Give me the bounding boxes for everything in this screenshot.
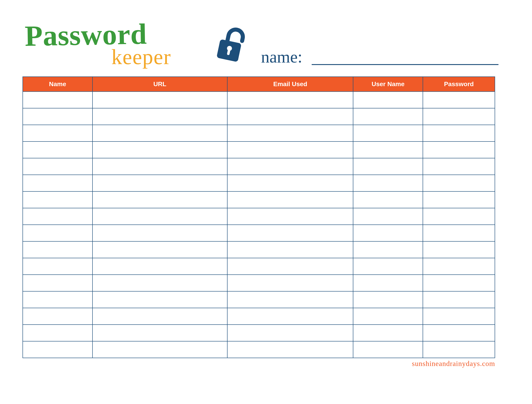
table-cell[interactable] xyxy=(423,175,495,191)
table-body xyxy=(23,92,495,358)
table-cell[interactable] xyxy=(92,125,227,141)
table-cell[interactable] xyxy=(23,191,92,208)
table-cell[interactable] xyxy=(227,275,353,291)
table-cell[interactable] xyxy=(353,258,423,275)
page: Password keeper name: xyxy=(0,0,532,404)
table-cell[interactable] xyxy=(227,225,353,241)
table-cell[interactable] xyxy=(423,92,495,108)
table-cell[interactable] xyxy=(92,291,227,308)
table-cell[interactable] xyxy=(92,92,227,108)
table-cell[interactable] xyxy=(227,92,353,108)
table-cell[interactable] xyxy=(353,225,423,241)
lock-icon xyxy=(209,24,254,69)
table-cell[interactable] xyxy=(423,341,495,358)
table-cell[interactable] xyxy=(227,175,353,191)
table-cell[interactable] xyxy=(353,241,423,258)
table-cell[interactable] xyxy=(353,208,423,225)
table-cell[interactable] xyxy=(353,325,423,341)
table-row xyxy=(23,125,495,141)
table-cell[interactable] xyxy=(23,275,92,291)
table-cell[interactable] xyxy=(353,341,423,358)
table-cell[interactable] xyxy=(423,241,495,258)
table-cell[interactable] xyxy=(423,258,495,275)
table-row xyxy=(23,341,495,358)
table-cell[interactable] xyxy=(227,141,353,158)
name-label: name: xyxy=(261,47,302,67)
table-cell[interactable] xyxy=(23,258,92,275)
table-cell[interactable] xyxy=(227,108,353,125)
table-cell[interactable] xyxy=(423,275,495,291)
table-cell[interactable] xyxy=(227,241,353,258)
table-cell[interactable] xyxy=(227,258,353,275)
name-input-line[interactable] xyxy=(312,64,499,65)
col-header-email: Email Used xyxy=(227,77,353,92)
title-sub: keeper xyxy=(111,44,171,69)
table-cell[interactable] xyxy=(92,308,227,325)
table-cell[interactable] xyxy=(92,141,227,158)
table-cell[interactable] xyxy=(23,241,92,258)
table-cell[interactable] xyxy=(353,92,423,108)
table-cell[interactable] xyxy=(227,125,353,141)
table-cell[interactable] xyxy=(92,341,227,358)
table-cell[interactable] xyxy=(23,175,92,191)
table-cell[interactable] xyxy=(23,92,92,108)
table-cell[interactable] xyxy=(353,308,423,325)
table-cell[interactable] xyxy=(423,141,495,158)
table-row xyxy=(23,308,495,325)
table-cell[interactable] xyxy=(23,158,92,175)
table-cell[interactable] xyxy=(92,108,227,125)
table-row xyxy=(23,141,495,158)
table-cell[interactable] xyxy=(23,308,92,325)
table-cell[interactable] xyxy=(227,341,353,358)
table-cell[interactable] xyxy=(423,225,495,241)
col-header-user: User Name xyxy=(353,77,423,92)
table-cell[interactable] xyxy=(23,291,92,308)
table-cell[interactable] xyxy=(423,108,495,125)
table-row xyxy=(23,325,495,341)
table-row xyxy=(23,158,495,175)
table-cell[interactable] xyxy=(423,291,495,308)
table-cell[interactable] xyxy=(423,191,495,208)
table-cell[interactable] xyxy=(353,108,423,125)
table-cell[interactable] xyxy=(92,241,227,258)
table-cell[interactable] xyxy=(92,275,227,291)
table-cell[interactable] xyxy=(423,158,495,175)
table-cell[interactable] xyxy=(92,191,227,208)
table-cell[interactable] xyxy=(353,175,423,191)
table-cell[interactable] xyxy=(92,258,227,275)
table-cell[interactable] xyxy=(423,208,495,225)
table-cell[interactable] xyxy=(92,225,227,241)
table-cell[interactable] xyxy=(423,308,495,325)
table-cell[interactable] xyxy=(23,141,92,158)
table-cell[interactable] xyxy=(353,141,423,158)
table-cell[interactable] xyxy=(423,325,495,341)
table-cell[interactable] xyxy=(92,175,227,191)
table-cell[interactable] xyxy=(23,208,92,225)
table-cell[interactable] xyxy=(353,125,423,141)
header: Password keeper name: xyxy=(23,18,509,74)
table-cell[interactable] xyxy=(353,158,423,175)
password-table: Name URL Email Used User Name Password xyxy=(23,76,495,358)
table-cell[interactable] xyxy=(227,208,353,225)
table-cell[interactable] xyxy=(227,325,353,341)
table-row xyxy=(23,225,495,241)
table-row xyxy=(23,241,495,258)
table-cell[interactable] xyxy=(227,308,353,325)
table-cell[interactable] xyxy=(227,291,353,308)
table-cell[interactable] xyxy=(227,191,353,208)
table-cell[interactable] xyxy=(23,108,92,125)
table-cell[interactable] xyxy=(23,325,92,341)
table-row xyxy=(23,175,495,191)
table-row xyxy=(23,92,495,108)
table-cell[interactable] xyxy=(23,341,92,358)
table-cell[interactable] xyxy=(23,125,92,141)
table-cell[interactable] xyxy=(353,275,423,291)
table-cell[interactable] xyxy=(423,125,495,141)
table-cell[interactable] xyxy=(353,191,423,208)
table-cell[interactable] xyxy=(92,325,227,341)
table-cell[interactable] xyxy=(353,291,423,308)
table-cell[interactable] xyxy=(92,208,227,225)
table-cell[interactable] xyxy=(23,225,92,241)
table-cell[interactable] xyxy=(227,158,353,175)
table-cell[interactable] xyxy=(92,158,227,175)
